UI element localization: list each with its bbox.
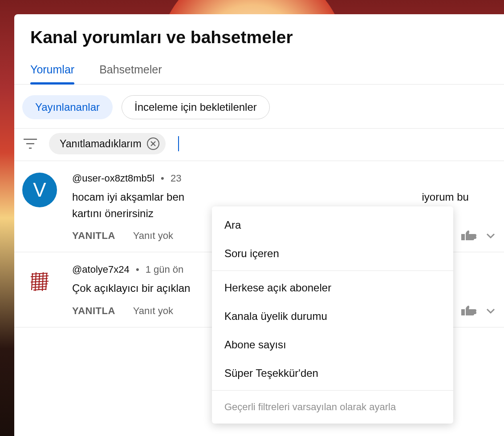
- filter-chip-unreplied[interactable]: Yanıtlamadıklarım: [49, 133, 166, 154]
- avatar[interactable]: V: [22, 173, 57, 207]
- comments-panel: Kanal yorumları ve bahsetmeler Yorumlar …: [14, 14, 504, 436]
- dropdown-divider: [212, 270, 453, 271]
- comment-time: 23: [171, 173, 181, 184]
- status-chip-row: Yayınlananlar İnceleme için bekletilenle…: [14, 85, 504, 128]
- filter-chip-label: Yanıtlamadıklarım: [60, 138, 142, 150]
- filter-bar: Yanıtlamadıklarım: [14, 128, 504, 161]
- comment-user[interactable]: @user-ox8zt8mb5l: [72, 173, 154, 184]
- replies-meta: Yanıt yok: [133, 230, 173, 242]
- reply-button[interactable]: YANITLA: [72, 305, 115, 317]
- filter-icon[interactable]: [22, 138, 38, 149]
- avatar[interactable]: [22, 264, 57, 299]
- thumb-icon[interactable]: [459, 230, 480, 242]
- reply-button[interactable]: YANITLA: [72, 230, 115, 242]
- dropdown-set-default[interactable]: Geçerli filtreleri varsayılan olarak aya…: [212, 393, 453, 419]
- tab-comments[interactable]: Yorumlar: [30, 58, 74, 84]
- dropdown-item-membership-status[interactable]: Kanala üyelik durumu: [212, 302, 453, 331]
- tab-mentions[interactable]: Bahsetmeler: [99, 58, 162, 84]
- thumb-icon[interactable]: [459, 305, 480, 317]
- chip-held-for-review[interactable]: İnceleme için bekletilenler: [122, 95, 270, 119]
- comment-user[interactable]: @atolye7x24: [72, 264, 130, 275]
- row-actions: [459, 305, 496, 317]
- dropdown-divider: [212, 390, 453, 391]
- replies-meta: Yanıt yok: [133, 305, 173, 317]
- chevron-down-icon[interactable]: [485, 230, 496, 241]
- dropdown-item-search[interactable]: Ara: [212, 211, 453, 239]
- row-actions: [459, 230, 496, 242]
- filter-dropdown: Ara Soru içeren Herkese açık aboneler Ka…: [212, 206, 453, 424]
- chip-published[interactable]: Yayınlananlar: [22, 95, 113, 119]
- page-title: Kanal yorumları ve bahsetmeler: [14, 14, 504, 58]
- dropdown-item-public-subscribers[interactable]: Herkese açık aboneler: [212, 274, 453, 302]
- comment-time: 1 gün ön: [146, 264, 184, 275]
- chevron-down-icon[interactable]: [485, 306, 496, 316]
- comment-header: @user-ox8zt8mb5l • 23: [72, 173, 496, 184]
- filter-input-cursor[interactable]: [178, 136, 179, 151]
- dropdown-item-contains-question[interactable]: Soru içeren: [212, 239, 453, 268]
- dropdown-item-super-thanks[interactable]: Süper Teşekkür'den: [212, 359, 453, 388]
- tabs-row: Yorumlar Bahsetmeler: [14, 58, 504, 85]
- filter-chip-remove-icon[interactable]: [147, 137, 159, 150]
- dropdown-item-subscriber-count[interactable]: Abone sayısı: [212, 331, 453, 359]
